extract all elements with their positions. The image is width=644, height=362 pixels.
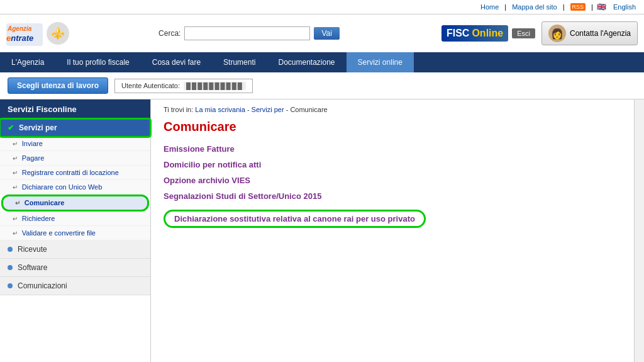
registrare-link[interactable]: Registrare contratti di locazione — [22, 169, 119, 176]
arrow-icon: ↵ — [15, 200, 22, 206]
service-link-emissione[interactable]: Emissione Fatture — [164, 144, 621, 154]
arrow-icon: ↵ — [13, 155, 19, 162]
dot-icon — [8, 265, 13, 270]
separator: | — [504, 3, 506, 11]
pagare-link[interactable]: Pagare — [22, 154, 44, 162]
nav-profilo[interactable]: Il tuo profilo fiscale — [55, 52, 140, 72]
breadcrumb-scrivania[interactable]: La mia scrivania — [195, 106, 245, 113]
sidebar-servizi-per[interactable]: ✔ Servizi per — [0, 119, 150, 137]
nav-servizi-online[interactable]: Servizi online — [347, 52, 414, 72]
separator: | — [563, 3, 565, 11]
scegli-button[interactable]: Scegli utenza di lavoro — [8, 77, 108, 94]
search-input[interactable] — [184, 26, 310, 40]
ricevute-label: Ricevute — [18, 245, 47, 254]
sidebar-sub-validare[interactable]: ↵ Validare e convertire file — [0, 226, 150, 240]
top-bar: Home | Mappa del sito | RSS | 🇬🇧 English — [0, 0, 644, 14]
contatta-avatar: 👩 — [548, 25, 566, 42]
service-link-segnalazioni[interactable]: Segnalazioni Studi di Settore/Unico 2015 — [164, 191, 621, 201]
arrow-icon: ↵ — [13, 184, 19, 191]
utente-value: ██████████ — [184, 82, 246, 90]
scrollbar[interactable] — [634, 99, 644, 362]
main-content: Ti trovi in: La mia scrivania - Servizi … — [151, 99, 634, 362]
fisco-text: FISC — [447, 28, 469, 39]
agency-logo-svg: Agenzia entrate — [6, 18, 44, 48]
header: Agenzia entrate ⚜️ Cerca: Vai FISCOnline… — [0, 14, 644, 52]
logo-graphic: Agenzia entrate ⚜️ — [6, 18, 69, 48]
breadcrumb-sep1: - — [247, 106, 252, 113]
sidebar-group-ricevute[interactable]: Ricevute — [0, 240, 150, 259]
arrow-icon: ↵ — [13, 215, 19, 222]
dot-icon — [8, 247, 13, 252]
software-label: Software — [18, 263, 47, 272]
breadcrumb-prefix: Ti trovi in: — [164, 106, 193, 113]
nav-strumenti[interactable]: Strumenti — [212, 52, 267, 72]
contatta-button[interactable]: 👩 Contatta l'Agenzia — [541, 21, 638, 45]
sidebar-sub-inviare[interactable]: ↵ Inviare — [0, 137, 150, 151]
sidebar-sub-pagare[interactable]: ↵ Pagare — [0, 151, 150, 166]
arrow-icon: ↵ — [13, 169, 19, 176]
nav-bar: L'Agenzia Il tuo profilo fiscale Cosa de… — [0, 52, 644, 72]
header-right: FISCOnline Esci 👩 Contatta l'Agenzia — [441, 21, 638, 45]
validare-link[interactable]: Validare e convertire file — [22, 229, 96, 237]
nav-documentazione[interactable]: Documentazione — [267, 52, 346, 72]
emblem-icon: ⚜️ — [47, 22, 69, 45]
sidebar: Servizi Fisconline ✔ Servizi per ↵ Invia… — [0, 99, 151, 362]
rss-icon: RSS — [570, 3, 586, 11]
servizi-per-label: Servizi per — [19, 123, 57, 132]
separator: | — [591, 3, 593, 11]
english-link[interactable]: English — [613, 3, 636, 11]
comunicazioni-label: Comunicazioni — [18, 281, 67, 290]
svg-text:entrate: entrate — [6, 33, 33, 43]
arrow-icon: ↵ — [13, 140, 19, 147]
fisconline-badge: FISCOnline — [441, 25, 508, 42]
breadcrumb: Ti trovi in: La mia scrivania - Servizi … — [164, 106, 621, 113]
dichiarare-link[interactable]: Dichiarare con Unico Web — [22, 183, 103, 191]
utente-box: Utente Autenticato: ██████████ — [114, 79, 253, 93]
breadcrumb-current: Comunicare — [290, 106, 327, 113]
sidebar-sub-dichiarare[interactable]: ↵ Dichiarare con Unico Web — [0, 180, 150, 195]
check-icon: ✔ — [8, 123, 14, 132]
arrow-icon: ↵ — [13, 230, 19, 237]
service-link-vies[interactable]: Opzione archivio VIES — [164, 176, 621, 185]
breadcrumb-servizi[interactable]: Servizi per — [252, 106, 284, 113]
nav-cosa[interactable]: Cosa devi fare — [141, 52, 212, 72]
nav-agenzia[interactable]: L'Agenzia — [0, 52, 55, 72]
contatta-label: Contatta l'Agenzia — [570, 29, 631, 38]
toolbar: Scegli utenza di lavoro Utente Autentica… — [0, 72, 644, 99]
search-area: Cerca: Vai — [158, 26, 340, 40]
sidebar-sub-registrare[interactable]: ↵ Registrare contratti di locazione — [0, 166, 150, 180]
home-link[interactable]: Home — [480, 3, 499, 11]
sidebar-header: Servizi Fisconline — [0, 99, 150, 119]
vai-button[interactable]: Vai — [314, 27, 339, 40]
cerca-label: Cerca: — [158, 29, 180, 38]
sidebar-group-software[interactable]: Software — [0, 259, 150, 277]
service-link-dichiarazione[interactable]: Dichiarazione sostitutiva relativa al ca… — [164, 210, 426, 228]
flag-icon: 🇬🇧 — [597, 3, 606, 11]
inviare-link[interactable]: Inviare — [22, 140, 43, 147]
dot-icon — [8, 283, 13, 288]
svg-text:Agenzia: Agenzia — [7, 25, 32, 32]
sidebar-sub-richiedere[interactable]: ↵ Richiedere — [0, 212, 150, 226]
comunicare-link[interactable]: Comunicare — [25, 199, 65, 206]
sidebar-sub-comunicare[interactable]: ↵ Comunicare — [3, 196, 148, 210]
richiedere-link[interactable]: Richiedere — [22, 215, 55, 222]
content-area: Servizi Fisconline ✔ Servizi per ↵ Invia… — [0, 99, 644, 362]
online-text: Online — [472, 28, 503, 39]
mappa-link[interactable]: Mappa del sito — [512, 3, 557, 11]
page-title: Comunicare — [164, 120, 621, 134]
utente-label: Utente Autenticato: — [121, 82, 180, 89]
service-link-domicilio[interactable]: Domicilio per notifica atti — [164, 160, 621, 169]
sidebar-group-comunicazioni[interactable]: Comunicazioni — [0, 277, 150, 295]
logo-area: Agenzia entrate ⚜️ — [6, 18, 69, 48]
esci-button[interactable]: Esci — [512, 28, 535, 38]
